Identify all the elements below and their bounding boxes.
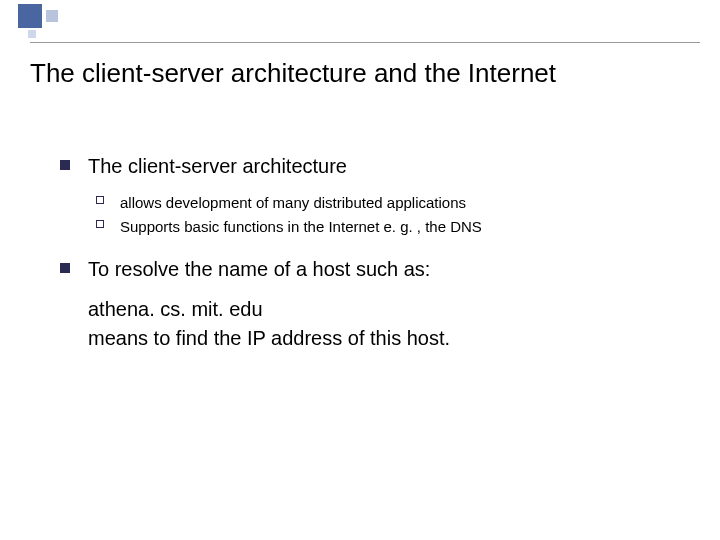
sub-bullet-group: allows development of many distributed a… [96,192,660,238]
bullet-level1: The client-server architecture [60,155,660,178]
bullet-text: Supports basic functions in the Internet… [120,218,482,235]
slide: The client-server architecture and the I… [0,0,720,540]
bullet-text: To resolve the name of a host such as: [88,258,430,280]
bullet-level2: Supports basic functions in the Internet… [96,216,660,238]
bullet-level2: allows development of many distributed a… [96,192,660,214]
slide-title: The client-server architecture and the I… [30,58,690,89]
bullet-continuation: means to find the IP address of this hos… [88,324,660,353]
corner-decoration [18,4,78,40]
slide-body: The client-server architecture allows de… [60,155,660,353]
horizontal-rule [30,42,700,43]
bullet-level1: To resolve the name of a host such as: [60,258,660,281]
open-square-bullet-icon [96,196,104,204]
square-bullet-icon [60,160,70,170]
bullet-continuation: athena. cs. mit. edu [88,295,660,324]
bullet-text: The client-server architecture [88,155,347,177]
square-bullet-icon [60,263,70,273]
deco-square-medium [46,10,58,22]
deco-square-small [28,30,36,38]
bullet-text: allows development of many distributed a… [120,194,466,211]
deco-square-large [18,4,42,28]
open-square-bullet-icon [96,220,104,228]
